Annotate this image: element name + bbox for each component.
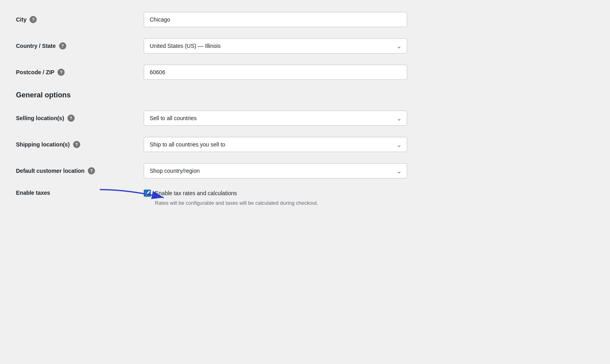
enable-taxes-control: Enable tax rates and calculations Rates … <box>144 190 415 206</box>
selling-locations-select[interactable]: Sell to all countries Sell to specific c… <box>144 111 407 126</box>
selling-locations-help-icon[interactable]: ? <box>67 115 75 122</box>
city-control <box>144 12 415 27</box>
country-state-select[interactable]: United States (US) — Illinois United Sta… <box>144 38 407 53</box>
general-options-title: General options <box>16 91 415 99</box>
selling-locations-row: Selling location(s) ? Sell to all countr… <box>16 111 415 126</box>
shipping-locations-label-group: Shipping location(s) ? <box>16 141 144 148</box>
country-state-select-wrap: United States (US) — Illinois United Sta… <box>144 38 407 53</box>
general-options-section: General options <box>16 91 415 99</box>
selling-locations-label-group: Selling location(s) ? <box>16 115 144 122</box>
settings-form: City ? Country / State ? United States (… <box>16 12 415 206</box>
default-customer-location-select[interactable]: Shop country/region No location by defau… <box>144 163 407 178</box>
postcode-input[interactable] <box>144 65 407 80</box>
country-state-help-icon[interactable]: ? <box>59 42 66 49</box>
default-customer-location-label: Default customer location <box>16 168 85 174</box>
city-label: City <box>16 16 26 23</box>
selling-locations-control: Sell to all countries Sell to specific c… <box>144 111 415 126</box>
enable-taxes-checkbox[interactable] <box>144 190 151 197</box>
default-customer-location-row: Default customer location ? Shop country… <box>16 163 415 178</box>
city-help-icon[interactable]: ? <box>30 16 37 23</box>
selling-locations-select-wrap: Sell to all countries Sell to specific c… <box>144 111 407 126</box>
postcode-row: Postcode / ZIP ? <box>16 65 415 80</box>
default-customer-location-help-icon[interactable]: ? <box>88 167 95 174</box>
enable-taxes-checkbox-label[interactable]: Enable tax rates and calculations <box>155 190 237 196</box>
country-state-label: Country / State <box>16 43 56 49</box>
shipping-locations-label: Shipping location(s) <box>16 141 70 148</box>
shipping-locations-select-wrap: Ship to all countries you sell to Ship t… <box>144 137 407 152</box>
city-row: City ? <box>16 12 415 27</box>
selling-locations-label: Selling location(s) <box>16 115 64 121</box>
enable-taxes-label: Enable taxes <box>16 190 50 196</box>
postcode-help-icon[interactable]: ? <box>57 69 65 76</box>
city-input[interactable] <box>144 12 407 27</box>
shipping-locations-select[interactable]: Ship to all countries you sell to Ship t… <box>144 137 407 152</box>
postcode-label: Postcode / ZIP <box>16 69 54 75</box>
postcode-control <box>144 65 415 80</box>
country-state-row: Country / State ? United States (US) — I… <box>16 38 415 53</box>
city-label-group: City ? <box>16 16 144 23</box>
shipping-locations-row: Shipping location(s) ? Ship to all count… <box>16 137 415 152</box>
enable-taxes-row: Enable taxes Enable tax rates and calcul… <box>16 190 415 206</box>
enable-taxes-help-text: Rates will be configurable and taxes wil… <box>155 200 415 206</box>
enable-taxes-label-group: Enable taxes <box>16 190 144 196</box>
enable-taxes-checkbox-row: Enable tax rates and calculations <box>144 190 415 197</box>
shipping-locations-help-icon[interactable]: ? <box>73 141 80 148</box>
default-customer-location-label-group: Default customer location ? <box>16 167 144 174</box>
country-state-control: United States (US) — Illinois United Sta… <box>144 38 415 53</box>
postcode-label-group: Postcode / ZIP ? <box>16 69 144 76</box>
default-customer-location-select-wrap: Shop country/region No location by defau… <box>144 163 407 178</box>
default-customer-location-control: Shop country/region No location by defau… <box>144 163 415 178</box>
country-state-label-group: Country / State ? <box>16 42 144 49</box>
shipping-locations-control: Ship to all countries you sell to Ship t… <box>144 137 415 152</box>
